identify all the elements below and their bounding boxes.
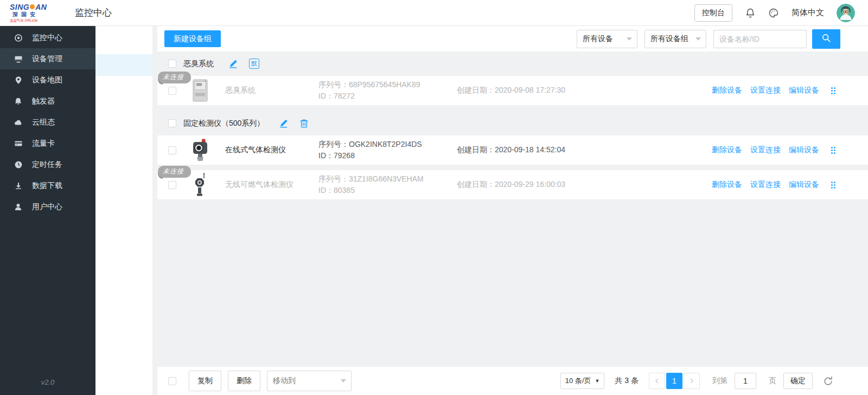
setup-connection-link[interactable]: 设置连接 bbox=[750, 180, 781, 190]
cabinet-device-image bbox=[190, 79, 210, 102]
page-size-select[interactable]: 10 条/页 ▼ bbox=[560, 373, 605, 389]
app-version: v2.0 bbox=[0, 378, 95, 386]
trash-icon[interactable] bbox=[299, 119, 309, 128]
offline-badge: 未连接 bbox=[158, 72, 191, 83]
sidebar-item-triggers[interactable]: 触发器 bbox=[0, 90, 95, 112]
logo-cn-name: 深国安 bbox=[10, 12, 54, 17]
sidebar-item-device-management[interactable]: 设备管理 bbox=[0, 48, 95, 69]
row-actions: 删除设备 设置连接 编辑设备 bbox=[712, 86, 835, 95]
singoan-logo: SINGAN 深国安 温室气体-GRLe3e bbox=[10, 3, 54, 23]
sidebar-item-sim-card[interactable]: 流量卡 bbox=[0, 133, 95, 154]
group-checkbox[interactable] bbox=[168, 119, 176, 127]
new-device-group-button[interactable]: 新建设备组 bbox=[164, 30, 221, 47]
device-created-date: 创建日期：2020-09-29 16:00:03 bbox=[457, 180, 712, 190]
chevron-down-icon bbox=[695, 37, 701, 41]
device-filter-select[interactable]: 所有设备 bbox=[577, 30, 637, 48]
page-number-current[interactable]: 1 bbox=[666, 373, 682, 389]
sim-card-icon bbox=[14, 139, 23, 148]
sidebar-item-label: 流量卡 bbox=[32, 139, 55, 148]
offline-badge: 未连接 bbox=[158, 166, 191, 178]
group-checkbox[interactable] bbox=[168, 60, 176, 68]
delete-button[interactable]: 删除 bbox=[228, 371, 260, 391]
page-size-value: 10 条/页 bbox=[565, 376, 591, 386]
delete-device-link[interactable]: 删除设备 bbox=[712, 145, 742, 155]
sidebar-item-monitor-center[interactable]: 监控中心 bbox=[0, 27, 95, 48]
gas-detector-device-image bbox=[190, 138, 210, 162]
user-icon bbox=[14, 203, 23, 211]
sidebar-item-label: 设备管理 bbox=[32, 54, 62, 64]
sidebar-item-label: 云组态 bbox=[32, 118, 55, 127]
device-name: 恶臭系统 bbox=[225, 86, 318, 95]
device-filter-value: 所有设备 bbox=[583, 34, 613, 44]
sidebar-item-data-download[interactable]: 数据下载 bbox=[0, 175, 95, 196]
more-options-icon[interactable] bbox=[831, 147, 835, 154]
group-filter-select[interactable]: 所有设备组 bbox=[644, 30, 706, 48]
total-count: 共 3 条 bbox=[615, 376, 639, 386]
group-tree-selected-row[interactable] bbox=[95, 54, 152, 76]
default-group-badge: 默 bbox=[249, 59, 259, 69]
device-serial-id: 序列号：31Z1I8G66N3VEHAM ID：80385 bbox=[318, 173, 457, 196]
row-checkbox[interactable] bbox=[168, 181, 176, 189]
sidebar-item-cloud-config[interactable]: 云组态 bbox=[0, 112, 95, 133]
topbar-actions: 控制台 简体中文 bbox=[694, 4, 855, 22]
device-created-date: 创建日期：2020-09-18 14:52:04 bbox=[457, 145, 712, 155]
search-input[interactable] bbox=[713, 30, 807, 48]
group-name: 固定检测仪（500系列） bbox=[183, 119, 264, 128]
group-tree-panel bbox=[95, 26, 152, 395]
main-content: 新建设备组 所有设备 所有设备组 恶臭系统 默 未连接 恶臭系统 序列号 bbox=[152, 26, 868, 395]
setup-connection-link[interactable]: 设置连接 bbox=[750, 145, 781, 155]
setup-connection-link[interactable]: 设置连接 bbox=[750, 86, 781, 95]
move-to-select[interactable]: 移动到 bbox=[267, 371, 352, 391]
bell-icon[interactable] bbox=[745, 8, 756, 18]
sidebar-item-label: 触发器 bbox=[32, 96, 55, 106]
row-actions: 删除设备 设置连接 编辑设备 bbox=[712, 180, 835, 190]
edit-device-link[interactable]: 编辑设备 bbox=[789, 86, 819, 95]
sidebar-item-user-center[interactable]: 用户中心 bbox=[0, 196, 95, 217]
delete-device-link[interactable]: 删除设备 bbox=[712, 86, 742, 95]
batch-action-bar: 复制 删除 移动到 10 条/页 ▼ 共 3 条 1 到第 页 确定 bbox=[157, 367, 868, 395]
search-button[interactable] bbox=[812, 29, 840, 49]
group-name: 恶臭系统 bbox=[183, 59, 214, 69]
prev-page-button[interactable] bbox=[649, 373, 665, 389]
more-options-icon[interactable] bbox=[831, 87, 835, 94]
confirm-button[interactable]: 确定 bbox=[783, 373, 813, 389]
row-actions: 删除设备 设置连接 编辑设备 bbox=[712, 145, 835, 155]
sidebar-item-label: 数据下载 bbox=[32, 181, 62, 191]
edit-pencil-icon[interactable] bbox=[279, 118, 289, 128]
target-icon bbox=[14, 34, 23, 42]
device-name: 在线式气体检测仪 bbox=[225, 145, 318, 155]
console-button[interactable]: 控制台 bbox=[694, 4, 732, 22]
language-switch[interactable]: 简体中文 bbox=[792, 8, 824, 18]
goto-page-input[interactable] bbox=[735, 373, 756, 389]
sidebar-item-label: 设备地图 bbox=[32, 75, 62, 85]
goto-page-suffix: 页 bbox=[769, 376, 776, 386]
more-options-icon[interactable] bbox=[831, 182, 835, 189]
move-to-value: 移动到 bbox=[273, 376, 296, 386]
select-all-checkbox[interactable] bbox=[168, 377, 176, 385]
group-filter-value: 所有设备组 bbox=[650, 34, 688, 44]
device-created-date: 创建日期：2020-09-08 17:27:30 bbox=[457, 86, 712, 95]
sidebar-item-label: 定时任务 bbox=[32, 160, 62, 170]
map-pin-icon bbox=[14, 76, 23, 85]
next-page-button[interactable] bbox=[684, 373, 700, 389]
edit-pencil-icon[interactable] bbox=[228, 59, 239, 69]
theme-palette-icon[interactable] bbox=[768, 8, 779, 18]
avatar[interactable] bbox=[837, 4, 855, 22]
row-checkbox[interactable] bbox=[168, 87, 176, 95]
copy-button[interactable]: 复制 bbox=[189, 371, 221, 391]
pagination: 10 条/页 ▼ 共 3 条 1 到第 页 确定 bbox=[560, 373, 833, 389]
sidebar-item-scheduled-tasks[interactable]: 定时任务 bbox=[0, 154, 95, 175]
delete-device-link[interactable]: 删除设备 bbox=[712, 180, 742, 190]
sidebar-item-device-map[interactable]: 设备地图 bbox=[0, 69, 95, 90]
device-name: 无线可燃气体检测仪 bbox=[225, 180, 318, 190]
goto-page-prefix: 到第 bbox=[712, 376, 727, 386]
sidebar-item-label: 监控中心 bbox=[32, 33, 62, 43]
wireless-detector-device-image bbox=[190, 173, 210, 197]
edit-device-link[interactable]: 编辑设备 bbox=[789, 180, 819, 190]
row-checkbox[interactable] bbox=[168, 146, 176, 154]
search-icon bbox=[821, 33, 832, 45]
refresh-icon[interactable] bbox=[823, 376, 833, 386]
edit-device-link[interactable]: 编辑设备 bbox=[789, 145, 819, 155]
group-header: 恶臭系统 默 bbox=[152, 51, 868, 76]
cloud-icon bbox=[14, 118, 23, 127]
